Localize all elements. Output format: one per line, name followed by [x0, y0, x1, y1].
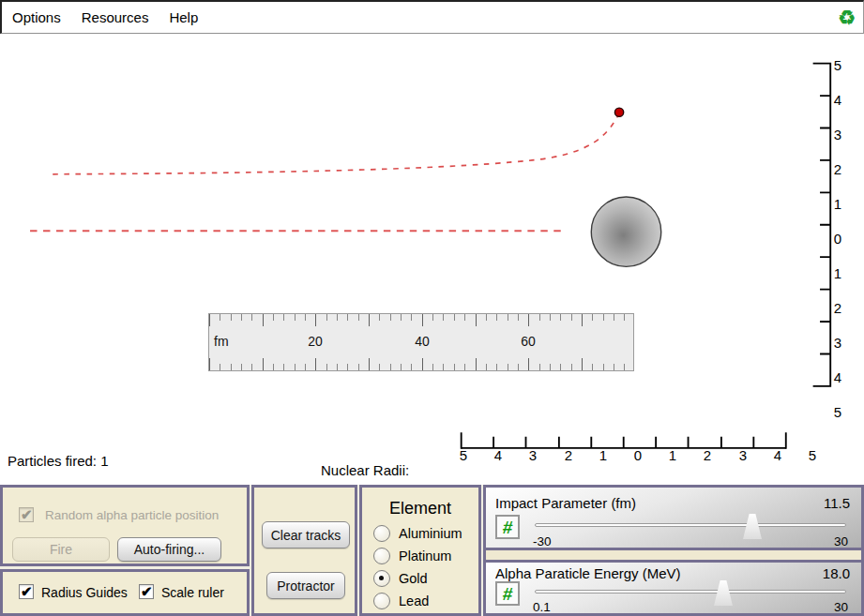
nscale-label: 5	[801, 448, 824, 463]
clear-tracks-button[interactable]: Clear tracks	[262, 521, 350, 548]
nscale-label: 4	[487, 448, 509, 463]
scale-ruler-label: Scale ruler	[161, 585, 224, 600]
vscale-label: 4	[821, 91, 841, 110]
nscale-label: 1	[592, 448, 614, 463]
vscale-label: 3	[821, 126, 841, 144]
impact-parameter-min: -30	[533, 534, 552, 548]
alpha-energy-panel: Alpha Paraticle Energy (MeV) 18.0 # 0.1 …	[483, 560, 864, 616]
vscale-label: 1	[821, 264, 841, 283]
radio-platinum-label: Platinum	[399, 548, 451, 563]
nscale-label: 3	[522, 448, 544, 463]
ruler-major-ticks-bottom	[209, 358, 633, 370]
hash-icon: #	[502, 518, 514, 536]
radio-aluminium-label: Aluminium	[399, 526, 462, 541]
nscale-label: 3	[732, 448, 754, 463]
fire-button[interactable]: Fire	[12, 537, 110, 562]
impact-parameter-panel: Impact Parameter (fm) 11.5 # -30 30	[483, 485, 864, 550]
impact-parameter-value: 11.5	[824, 495, 850, 511]
nscale-label: 2	[696, 448, 719, 463]
nscale-label: 2	[557, 448, 580, 463]
protractor-button[interactable]: Protractor	[266, 572, 345, 599]
menu-bar: Options Resources Help ♻	[0, 0, 864, 34]
element-option-aluminium[interactable]: Aluminium	[373, 523, 462, 544]
ruler-number: 60	[509, 334, 547, 349]
scale-ruler[interactable]: fm 20 40 60	[208, 313, 634, 371]
recycle-shield-icon: ♻	[838, 6, 856, 30]
alpha-energy-slider-track[interactable]	[535, 590, 846, 593]
nucleus	[591, 197, 660, 266]
radio-aluminium[interactable]	[373, 525, 390, 542]
element-option-gold[interactable]: Gold	[373, 568, 428, 589]
alpha-energy-title: Alpha Paraticle Energy (MeV)	[495, 565, 681, 581]
nscale-label: 1	[661, 448, 684, 463]
slider-panel-gap	[483, 550, 864, 560]
rutherford-scattering-app: { "menu": { "items": [ {"label": "Option…	[0, 0, 864, 616]
menu-resources[interactable]: Resources	[71, 2, 159, 33]
hash-icon: #	[502, 585, 514, 603]
alpha-energy-max: 30	[834, 600, 848, 614]
simulation-area: 5 4 3 2 1 0 1 2 3 4 5 5 4 3 2 1 0 1 2 3 …	[0, 34, 864, 485]
impact-parameter-max: 30	[834, 534, 848, 548]
ruler-major-ticks-top	[209, 314, 633, 326]
ruler-unit: fm	[214, 334, 229, 349]
menu-options[interactable]: Options	[2, 2, 71, 33]
radio-lead[interactable]	[373, 593, 390, 609]
alpha-energy-min: 0.1	[533, 600, 551, 614]
vscale-label: 5	[821, 56, 841, 75]
impact-parameter-title: Impact Parameter (fm)	[495, 495, 636, 511]
alpha-track-curved	[53, 116, 617, 173]
impact-numbers-button[interactable]: #	[495, 515, 520, 539]
radio-gold-label: Gold	[399, 571, 428, 586]
radio-lead-label: Lead	[399, 593, 429, 608]
vscale-label: 1	[821, 195, 841, 214]
particles-fired-counter: Particles fired: 1	[8, 453, 109, 469]
guides-panel: Radius Guides Scale ruler	[0, 569, 250, 616]
control-bar: Random alpha particle position Fire Auto…	[0, 485, 864, 616]
nscale-label: 0	[627, 448, 649, 463]
vscale-label: 2	[821, 299, 841, 318]
radio-gold[interactable]	[373, 570, 390, 587]
ruler-number: 40	[403, 334, 441, 349]
element-option-platinum[interactable]: Platinum	[373, 546, 451, 566]
random-position-label: Random alpha particle position	[45, 508, 219, 522]
simulation-canvas	[0, 34, 864, 485]
radio-platinum[interactable]	[373, 548, 390, 564]
menu-help[interactable]: Help	[159, 2, 208, 33]
nscale-label: 5	[452, 448, 475, 463]
element-panel: Element Aluminium Platinum Gold Lead	[359, 485, 481, 616]
element-option-lead[interactable]: Lead	[373, 591, 429, 611]
ruler-number: 20	[296, 334, 334, 349]
alpha-energy-numbers-button[interactable]: #	[495, 581, 520, 606]
vscale-label: 4	[821, 368, 841, 387]
vscale-label: 3	[821, 334, 841, 353]
nuclear-radii-scale	[462, 432, 786, 449]
auto-firing-button[interactable]: Auto-firing...	[117, 537, 221, 562]
tools-panel: Clear tracks Protractor	[251, 485, 357, 616]
alpha-particle	[614, 108, 623, 116]
impact-parameter-slider-track[interactable]	[535, 523, 846, 527]
alpha-energy-value: 18.0	[823, 565, 850, 581]
vscale-label: 2	[821, 160, 841, 179]
firing-panel: Random alpha particle position Fire Auto…	[0, 485, 250, 566]
nuclear-radii-label: Nuclear Radii:	[321, 462, 409, 478]
vscale-label: 5	[821, 403, 841, 422]
element-panel-title: Element	[362, 499, 478, 518]
nscale-label: 4	[766, 448, 789, 463]
vscale-label: 0	[821, 230, 841, 248]
radius-guides-checkbox[interactable]	[19, 584, 34, 599]
random-position-checkbox[interactable]	[19, 507, 34, 522]
radius-guides-label: Radius Guides	[41, 585, 128, 600]
scale-ruler-checkbox[interactable]	[139, 584, 154, 599]
